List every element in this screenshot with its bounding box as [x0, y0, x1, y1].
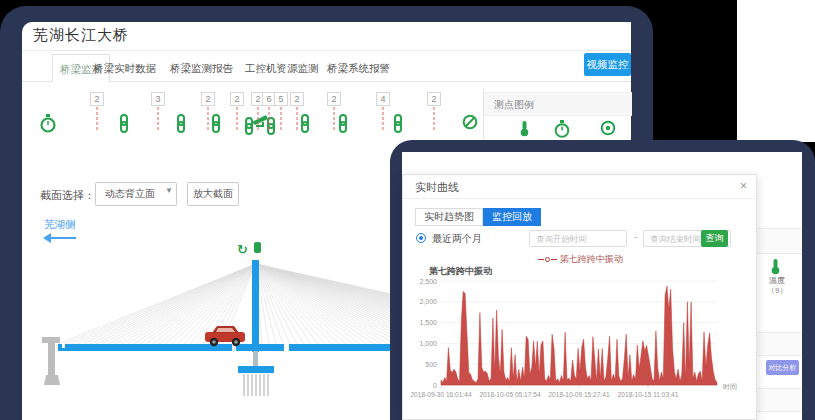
sensor-count-badge[interactable]: 5	[274, 92, 288, 106]
sensor-strip: 23222652242	[22, 88, 483, 142]
dialog-title: 实时曲线	[415, 175, 459, 199]
svg-text:2018-10-09 15:27:41: 2018-10-09 15:27:41	[548, 391, 610, 398]
svg-text:2,000: 2,000	[419, 298, 437, 305]
enlarge-section-button[interactable]: 放大截面	[187, 182, 239, 206]
sensor-dashed-line	[383, 107, 384, 130]
temperature-count: （9）	[767, 285, 787, 296]
radio-last-two-months[interactable]	[416, 233, 426, 243]
sensor-link-icon[interactable]	[118, 114, 130, 137]
sensor-dashed-line	[237, 107, 238, 130]
sensor-dashed-line	[334, 107, 335, 130]
video-monitor-button[interactable]: 视频监控	[584, 53, 631, 76]
sensor-count-badge[interactable]: 2	[201, 92, 215, 106]
gauge-icon	[254, 242, 261, 253]
svg-text:时间: 时间	[723, 383, 737, 391]
sensor-link-icon[interactable]	[210, 114, 222, 137]
sensor-count-badge[interactable]: 2	[230, 92, 244, 106]
sensor-dashed-line	[297, 107, 298, 130]
sensor-count-badge[interactable]: 4	[376, 92, 390, 106]
bridge-pier	[42, 337, 60, 385]
divider	[22, 50, 631, 51]
thermometer-icon	[519, 120, 530, 141]
tab-item[interactable]: 桥梁监测报告	[170, 54, 233, 82]
sensor-link-icon[interactable]	[299, 114, 311, 137]
car	[205, 326, 245, 346]
sensor-dashed-line	[158, 107, 159, 130]
background-panel	[737, 0, 815, 142]
rotate-icon: ↻	[237, 242, 248, 257]
chevron-down-icon: ▼	[165, 186, 173, 195]
svg-text:2018-09-30 16:01:44: 2018-09-30 16:01:44	[411, 391, 472, 398]
sensor-dashed-line	[434, 107, 435, 130]
svg-text:500: 500	[425, 361, 437, 368]
bridge-piles	[244, 374, 268, 396]
tab-item[interactable]: 桥梁实时数据	[93, 54, 156, 82]
tab-item[interactable]: 桥梁系统报警	[327, 54, 390, 82]
radio-label: 最近两个月	[432, 232, 482, 246]
sensor-link-icon[interactable]	[337, 114, 349, 137]
legend-series-label: 第七跨跨中振动	[560, 254, 623, 264]
date-separator: -	[634, 232, 637, 242]
dialog-query-controls: 最近两个月 - 查询	[403, 230, 758, 248]
sensor-count-badge[interactable]: 2	[90, 92, 104, 106]
bridge-tower	[252, 260, 259, 352]
svg-text:1,000: 1,000	[419, 340, 437, 347]
legend-panel-header: 测点图例	[484, 92, 632, 116]
sensor-count-badge[interactable]: 2	[290, 92, 304, 106]
tab-monitor-playback[interactable]: 监控回放	[483, 208, 541, 226]
sensor-link-icon[interactable]	[392, 114, 404, 137]
svg-text:1,500: 1,500	[419, 319, 437, 326]
page-title: 芜湖长江大桥	[33, 26, 129, 45]
sensor-clock-icon[interactable]	[40, 114, 56, 138]
sensor-ban-icon[interactable]	[462, 114, 478, 134]
sensor-dashed-line	[269, 107, 270, 130]
close-icon[interactable]: ×	[740, 180, 747, 193]
query-button[interactable]: 查询	[701, 230, 728, 247]
sensor-count-badge[interactable]: 2	[427, 92, 441, 106]
sensor-dashed-line	[281, 107, 282, 130]
clock-icon	[554, 120, 570, 142]
dialog-tab-bar: 实时趋势图监控回放	[415, 206, 541, 224]
tab-item[interactable]: 工控机资源监测	[245, 54, 319, 82]
sensor-dashed-line	[97, 107, 98, 130]
realtime-curve-dialog: 实时曲线 × 实时趋势图监控回放 最近两个月 - 查询 第七跨跨中振动 第七跨跨…	[402, 174, 757, 420]
vibration-chart: 05001,0001,5002,0002,5002018-09-30 16:01…	[411, 273, 751, 409]
dialog-header: 实时曲线 ×	[403, 175, 756, 199]
compare-button[interactable]: 对比分析	[766, 360, 799, 375]
tab-realtime-trend[interactable]: 实时趋势图	[415, 208, 483, 226]
query-start-time-input[interactable]	[529, 230, 627, 247]
legend-panel-title: 测点图例	[494, 93, 534, 117]
target-icon	[600, 120, 616, 140]
section-select-label: 截面选择：	[40, 188, 95, 203]
sensor-count-badge[interactable]: 3	[151, 92, 165, 106]
sensor-count-badge[interactable]: 2	[327, 92, 341, 106]
svg-text:0: 0	[433, 382, 437, 389]
svg-text:2018-10-05 05:17:54: 2018-10-05 05:17:54	[479, 391, 541, 398]
svg-text:2018-10-15 11:03:41: 2018-10-15 11:03:41	[618, 391, 679, 398]
svg-text:2,500: 2,500	[419, 278, 437, 285]
main-tab-bar: 桥梁监测桥梁实时数据桥梁监测报告工控机资源监测桥梁系统报警	[22, 54, 631, 82]
sensor-dashed-line	[258, 107, 259, 130]
legend-marker-icon	[545, 257, 550, 262]
sensor-link-icon[interactable]	[175, 114, 187, 137]
sensor-joint-icon[interactable]	[244, 114, 276, 140]
legend-panel: 测点图例	[483, 88, 631, 142]
bridge-side-label: 芜湖侧	[44, 218, 76, 232]
sensor-dashed-line	[208, 107, 209, 130]
